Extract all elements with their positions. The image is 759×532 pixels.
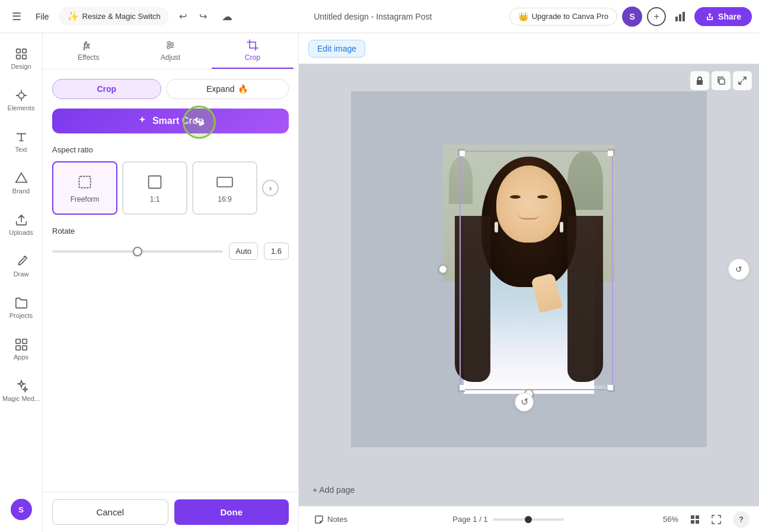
duplicate-button[interactable] xyxy=(712,71,731,90)
expand-button[interactable]: Expand 🔥 xyxy=(166,79,289,99)
user-avatar[interactable]: S xyxy=(622,7,642,27)
panel-footer: Cancel Done xyxy=(43,492,298,532)
svg-text:fx: fx xyxy=(84,41,90,50)
svg-point-17 xyxy=(171,44,173,46)
add-page-button[interactable]: + Add page xyxy=(306,479,361,501)
user-avatar-small[interactable]: S xyxy=(11,499,32,520)
image-container[interactable]: news1 xyxy=(443,145,615,394)
sidebar-brand-label: Brand xyxy=(12,187,30,195)
add-team-button[interactable]: + xyxy=(647,7,666,26)
aspect-ratio-grid: Freeform 1:1 16:9 › xyxy=(52,161,289,215)
sidebar-item-apps[interactable]: Apps xyxy=(0,329,43,370)
svg-rect-2 xyxy=(683,12,685,21)
sidebar-draw-label: Draw xyxy=(14,270,29,278)
panel-tabs: fx Effects Adjust Crop xyxy=(43,33,298,69)
eye-right xyxy=(537,195,548,199)
sidebar-magic-media-label: Magic Med... xyxy=(2,395,40,402)
hair-right xyxy=(567,216,603,382)
share-icon xyxy=(705,12,715,21)
edit-image-bar: Edit image xyxy=(299,33,759,64)
expand-arrows-icon xyxy=(738,76,747,85)
crop-handle-left[interactable] xyxy=(438,265,448,274)
tab-effects[interactable]: fx Effects xyxy=(47,33,129,69)
svg-rect-20 xyxy=(149,176,161,189)
menu-icon[interactable]: ☰ xyxy=(7,7,26,26)
share-label: Share xyxy=(718,12,741,21)
hamburger-icon: ☰ xyxy=(12,10,21,23)
photo-background: news1 xyxy=(443,145,615,394)
file-menu[interactable]: File xyxy=(31,9,54,24)
upgrade-button[interactable]: 👑 Upgrade to Canva Pro xyxy=(509,8,617,26)
view-buttons xyxy=(685,510,726,529)
sidebar-item-draw[interactable]: Draw xyxy=(0,246,43,287)
sidebar-item-text[interactable]: Text xyxy=(0,121,43,163)
elements-icon xyxy=(15,89,28,102)
lock-icon xyxy=(695,76,704,85)
sidebar-item-brand[interactable]: Brand xyxy=(0,163,43,204)
grid-view-button[interactable] xyxy=(685,510,704,529)
resize-magic-switch-button[interactable]: ✨ Resize & Magic Switch xyxy=(59,7,169,26)
sidebar-item-magic-media[interactable]: Magic Med... xyxy=(0,370,43,412)
aspect-ratio-label: Aspect ratio xyxy=(52,145,289,154)
notes-button[interactable]: Notes xyxy=(308,511,353,528)
redo-button[interactable]: ↪ xyxy=(194,7,213,26)
fullscreen-button[interactable] xyxy=(707,510,726,529)
help-button[interactable]: ? xyxy=(733,511,750,528)
canvas-rotate-button[interactable]: ↺ xyxy=(728,259,750,280)
share-button[interactable]: Share xyxy=(694,7,752,26)
svg-point-16 xyxy=(168,42,170,44)
aspect-16-9[interactable]: 16:9 xyxy=(192,161,257,215)
crop-button[interactable]: Crop xyxy=(52,79,161,99)
svg-rect-1 xyxy=(679,14,681,21)
sidebar-item-uploads[interactable]: Uploads xyxy=(0,204,43,246)
rotate-slider[interactable] xyxy=(52,250,223,253)
smart-crop-label: Smart Crop xyxy=(152,116,204,126)
expand-canvas-button[interactable] xyxy=(733,71,752,90)
aspect-freeform[interactable]: Freeform xyxy=(52,161,117,215)
copy-icon xyxy=(716,76,726,85)
tab-effects-label: Effects xyxy=(78,53,99,62)
svg-rect-5 xyxy=(16,55,20,59)
sidebar-item-elements[interactable]: Elements xyxy=(0,79,43,121)
zoom-level: 56% xyxy=(663,515,678,524)
rotate-handle[interactable]: ↺ xyxy=(515,393,534,412)
aspect-more-button[interactable]: › xyxy=(262,180,279,196)
sidebar-apps-label: Apps xyxy=(14,353,28,361)
canvas-page[interactable]: news1 ↺ xyxy=(351,91,707,447)
cancel-button[interactable]: Cancel xyxy=(52,499,168,525)
sidebar-design-label: Design xyxy=(11,63,31,70)
canvas-viewport[interactable]: news1 ↺ xyxy=(299,64,759,474)
tab-crop[interactable]: Crop xyxy=(212,33,294,69)
svg-rect-0 xyxy=(675,17,678,21)
aspect-1-1[interactable]: 1:1 xyxy=(122,161,187,215)
earring-right xyxy=(560,222,563,232)
svg-rect-11 xyxy=(22,346,26,350)
tab-adjust[interactable]: Adjust xyxy=(129,33,211,69)
adjust-icon xyxy=(164,39,176,51)
sidebar-item-projects[interactable]: Projects xyxy=(0,287,43,329)
notes-label: Notes xyxy=(327,515,347,524)
sidebar-elements-label: Elements xyxy=(8,104,35,112)
document-title: Untitled design - Instagram Post xyxy=(241,12,505,21)
aspect-16-9-icon xyxy=(215,173,234,192)
crop-panel: fx Effects Adjust Crop Crop Expand 🔥 xyxy=(43,33,299,532)
canvas-area: Edit image xyxy=(299,33,759,532)
page-scrubber[interactable] xyxy=(493,518,564,521)
cloud-save-icon[interactable]: ☁ xyxy=(218,7,237,26)
resize-emoji: ✨ xyxy=(67,11,79,22)
topbar: ☰ File ✨ Resize & Magic Switch ↩ ↪ ☁ Unt… xyxy=(0,0,759,33)
undo-button[interactable]: ↩ xyxy=(174,7,193,26)
smart-crop-button[interactable]: Smart Crop ↩ xyxy=(52,109,289,133)
edit-image-tag[interactable]: Edit image xyxy=(308,40,365,58)
lock-button[interactable] xyxy=(690,71,709,90)
svg-rect-23 xyxy=(691,515,694,519)
resize-label: Resize & Magic Switch xyxy=(82,12,161,21)
brand-icon xyxy=(15,172,28,185)
done-button[interactable]: Done xyxy=(174,499,289,525)
analytics-button[interactable] xyxy=(671,7,690,26)
undo-redo-group: ↩ ↪ xyxy=(174,7,213,26)
draw-icon xyxy=(15,255,28,268)
sidebar-item-design[interactable]: Design xyxy=(0,38,43,79)
rotate-auto-button[interactable]: Auto xyxy=(229,243,258,260)
freeform-icon xyxy=(75,173,94,192)
